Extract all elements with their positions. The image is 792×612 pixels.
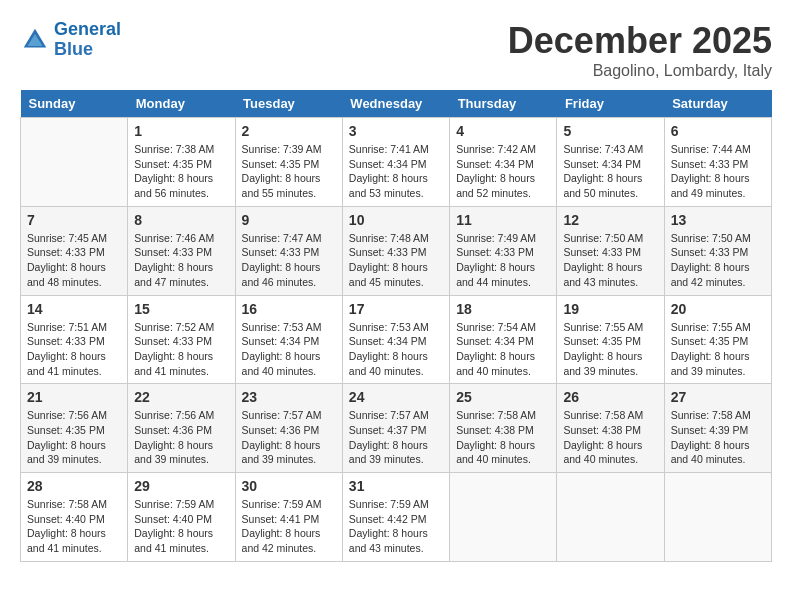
title-block: December 2025 Bagolino, Lombardy, Italy [508,20,772,80]
day-number: 24 [349,389,443,405]
day-number: 4 [456,123,550,139]
day-cell-6: 6Sunrise: 7:44 AM Sunset: 4:33 PM Daylig… [664,118,771,207]
day-number: 2 [242,123,336,139]
day-cell-20: 20Sunrise: 7:55 AM Sunset: 4:35 PM Dayli… [664,295,771,384]
day-cell-18: 18Sunrise: 7:54 AM Sunset: 4:34 PM Dayli… [450,295,557,384]
day-cell-31: 31Sunrise: 7:59 AM Sunset: 4:42 PM Dayli… [342,473,449,562]
day-info: Sunrise: 7:58 AM Sunset: 4:38 PM Dayligh… [563,408,657,467]
week-row-5: 28Sunrise: 7:58 AM Sunset: 4:40 PM Dayli… [21,473,772,562]
day-number: 7 [27,212,121,228]
day-info: Sunrise: 7:53 AM Sunset: 4:34 PM Dayligh… [349,320,443,379]
week-row-3: 14Sunrise: 7:51 AM Sunset: 4:33 PM Dayli… [21,295,772,384]
day-cell-9: 9Sunrise: 7:47 AM Sunset: 4:33 PM Daylig… [235,206,342,295]
calendar-header-row: SundayMondayTuesdayWednesdayThursdayFrid… [21,90,772,118]
day-info: Sunrise: 7:57 AM Sunset: 4:37 PM Dayligh… [349,408,443,467]
day-info: Sunrise: 7:44 AM Sunset: 4:33 PM Dayligh… [671,142,765,201]
day-cell-27: 27Sunrise: 7:58 AM Sunset: 4:39 PM Dayli… [664,384,771,473]
day-info: Sunrise: 7:55 AM Sunset: 4:35 PM Dayligh… [563,320,657,379]
day-info: Sunrise: 7:59 AM Sunset: 4:42 PM Dayligh… [349,497,443,556]
day-info: Sunrise: 7:47 AM Sunset: 4:33 PM Dayligh… [242,231,336,290]
day-info: Sunrise: 7:43 AM Sunset: 4:34 PM Dayligh… [563,142,657,201]
day-info: Sunrise: 7:55 AM Sunset: 4:35 PM Dayligh… [671,320,765,379]
day-info: Sunrise: 7:56 AM Sunset: 4:36 PM Dayligh… [134,408,228,467]
day-cell-19: 19Sunrise: 7:55 AM Sunset: 4:35 PM Dayli… [557,295,664,384]
day-info: Sunrise: 7:50 AM Sunset: 4:33 PM Dayligh… [671,231,765,290]
month-title: December 2025 [508,20,772,62]
day-number: 10 [349,212,443,228]
calendar-table: SundayMondayTuesdayWednesdayThursdayFrid… [20,90,772,562]
day-number: 18 [456,301,550,317]
day-info: Sunrise: 7:58 AM Sunset: 4:40 PM Dayligh… [27,497,121,556]
day-cell-3: 3Sunrise: 7:41 AM Sunset: 4:34 PM Daylig… [342,118,449,207]
header-thursday: Thursday [450,90,557,118]
day-number: 22 [134,389,228,405]
day-number: 21 [27,389,121,405]
day-cell-23: 23Sunrise: 7:57 AM Sunset: 4:36 PM Dayli… [235,384,342,473]
day-cell-15: 15Sunrise: 7:52 AM Sunset: 4:33 PM Dayli… [128,295,235,384]
day-info: Sunrise: 7:39 AM Sunset: 4:35 PM Dayligh… [242,142,336,201]
day-cell-16: 16Sunrise: 7:53 AM Sunset: 4:34 PM Dayli… [235,295,342,384]
logo: General Blue [20,20,121,60]
day-cell-7: 7Sunrise: 7:45 AM Sunset: 4:33 PM Daylig… [21,206,128,295]
day-number: 8 [134,212,228,228]
day-number: 23 [242,389,336,405]
day-info: Sunrise: 7:53 AM Sunset: 4:34 PM Dayligh… [242,320,336,379]
day-info: Sunrise: 7:51 AM Sunset: 4:33 PM Dayligh… [27,320,121,379]
day-info: Sunrise: 7:49 AM Sunset: 4:33 PM Dayligh… [456,231,550,290]
day-cell-5: 5Sunrise: 7:43 AM Sunset: 4:34 PM Daylig… [557,118,664,207]
day-info: Sunrise: 7:52 AM Sunset: 4:33 PM Dayligh… [134,320,228,379]
day-number: 17 [349,301,443,317]
day-number: 25 [456,389,550,405]
logo-line2: Blue [54,39,93,59]
day-cell-24: 24Sunrise: 7:57 AM Sunset: 4:37 PM Dayli… [342,384,449,473]
day-cell-12: 12Sunrise: 7:50 AM Sunset: 4:33 PM Dayli… [557,206,664,295]
day-cell-4: 4Sunrise: 7:42 AM Sunset: 4:34 PM Daylig… [450,118,557,207]
day-number: 27 [671,389,765,405]
page-header: General Blue December 2025 Bagolino, Lom… [20,20,772,80]
day-info: Sunrise: 7:46 AM Sunset: 4:33 PM Dayligh… [134,231,228,290]
day-cell-17: 17Sunrise: 7:53 AM Sunset: 4:34 PM Dayli… [342,295,449,384]
day-number: 28 [27,478,121,494]
day-info: Sunrise: 7:59 AM Sunset: 4:40 PM Dayligh… [134,497,228,556]
empty-cell [664,473,771,562]
day-number: 20 [671,301,765,317]
day-info: Sunrise: 7:42 AM Sunset: 4:34 PM Dayligh… [456,142,550,201]
day-cell-30: 30Sunrise: 7:59 AM Sunset: 4:41 PM Dayli… [235,473,342,562]
empty-cell [450,473,557,562]
logo-line1: General [54,19,121,39]
week-row-4: 21Sunrise: 7:56 AM Sunset: 4:35 PM Dayli… [21,384,772,473]
day-number: 15 [134,301,228,317]
day-cell-11: 11Sunrise: 7:49 AM Sunset: 4:33 PM Dayli… [450,206,557,295]
day-number: 29 [134,478,228,494]
day-info: Sunrise: 7:48 AM Sunset: 4:33 PM Dayligh… [349,231,443,290]
day-cell-21: 21Sunrise: 7:56 AM Sunset: 4:35 PM Dayli… [21,384,128,473]
day-cell-13: 13Sunrise: 7:50 AM Sunset: 4:33 PM Dayli… [664,206,771,295]
day-info: Sunrise: 7:45 AM Sunset: 4:33 PM Dayligh… [27,231,121,290]
day-number: 14 [27,301,121,317]
location: Bagolino, Lombardy, Italy [508,62,772,80]
day-number: 12 [563,212,657,228]
day-number: 31 [349,478,443,494]
header-monday: Monday [128,90,235,118]
day-info: Sunrise: 7:38 AM Sunset: 4:35 PM Dayligh… [134,142,228,201]
day-cell-22: 22Sunrise: 7:56 AM Sunset: 4:36 PM Dayli… [128,384,235,473]
day-cell-25: 25Sunrise: 7:58 AM Sunset: 4:38 PM Dayli… [450,384,557,473]
header-tuesday: Tuesday [235,90,342,118]
week-row-1: 1Sunrise: 7:38 AM Sunset: 4:35 PM Daylig… [21,118,772,207]
logo-text: General Blue [54,20,121,60]
day-cell-14: 14Sunrise: 7:51 AM Sunset: 4:33 PM Dayli… [21,295,128,384]
day-info: Sunrise: 7:57 AM Sunset: 4:36 PM Dayligh… [242,408,336,467]
day-cell-29: 29Sunrise: 7:59 AM Sunset: 4:40 PM Dayli… [128,473,235,562]
day-number: 6 [671,123,765,139]
day-info: Sunrise: 7:58 AM Sunset: 4:38 PM Dayligh… [456,408,550,467]
header-saturday: Saturday [664,90,771,118]
day-number: 16 [242,301,336,317]
day-info: Sunrise: 7:56 AM Sunset: 4:35 PM Dayligh… [27,408,121,467]
day-cell-26: 26Sunrise: 7:58 AM Sunset: 4:38 PM Dayli… [557,384,664,473]
day-number: 11 [456,212,550,228]
day-number: 19 [563,301,657,317]
day-number: 26 [563,389,657,405]
day-info: Sunrise: 7:41 AM Sunset: 4:34 PM Dayligh… [349,142,443,201]
header-sunday: Sunday [21,90,128,118]
empty-cell [557,473,664,562]
